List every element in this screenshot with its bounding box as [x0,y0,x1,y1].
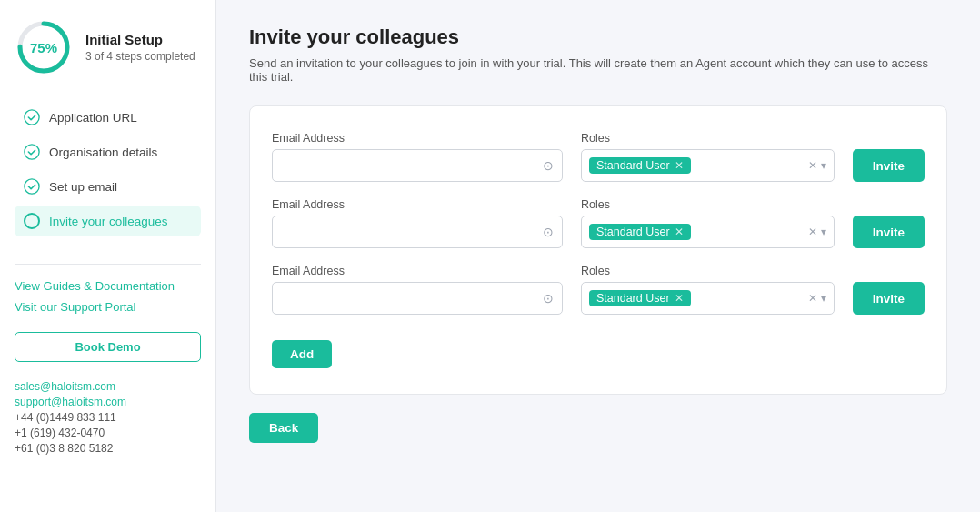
sidebar-item-label: Invite your colleagues [49,215,168,228]
progress-percent: 75% [30,40,57,55]
contact-info: sales@haloitsm.com support@haloitsm.com … [15,380,201,455]
person-icon-2: ⊙ [543,225,554,239]
email-input-2[interactable] [272,216,563,248]
email-field-group-3: Email Address ⊙ [272,265,563,315]
email-label-2: Email Address [272,198,563,211]
chevron-down-icon-2[interactable]: ▾ [821,226,826,238]
setup-subtitle: 3 of 4 steps completed [85,50,195,63]
invite-button-2[interactable]: Invite [853,216,925,248]
phone-uk: +44 (0)1449 833 111 [15,411,201,424]
clear-icon-3[interactable]: ✕ [808,292,817,305]
sidebar: 75% Initial Setup 3 of 4 steps completed… [0,0,216,512]
chevron-down-icon-3[interactable]: ▾ [821,292,826,305]
invite-button-1[interactable]: Invite [853,149,925,182]
email-field-group-2: Email Address ⊙ [272,198,563,248]
email-field-group-1: Email Address ⊙ [272,132,563,182]
back-button[interactable]: Back [249,413,318,443]
svg-point-2 [25,110,39,125]
bottom-actions: Back [249,413,947,443]
remove-role-2[interactable]: ✕ [675,226,684,237]
email-input-wrapper-3: ⊙ [272,282,563,315]
phone-us: +1 (619) 432-0470 [15,427,201,439]
support-email[interactable]: support@haloitsm.com [15,396,201,408]
email-label-1: Email Address [272,132,563,145]
setup-title: Initial Setup [85,32,195,47]
remove-role-1[interactable]: ✕ [675,160,684,171]
invite-row-2: Email Address ⊙ Roles Standard User ✕ ✕ … [272,198,925,248]
phone-au: +61 (0)3 8 820 5182 [15,442,201,455]
invite-row-1: Email Address ⊙ Roles Standard User ✕ ✕ … [272,132,925,182]
svg-point-3 [25,145,39,159]
clear-icon-1[interactable]: ✕ [808,159,817,172]
add-button[interactable]: Add [272,340,332,368]
role-tag-1: Standard User ✕ [589,157,691,174]
nav-items: Application URL Organisation details Set… [15,102,201,236]
active-circle-icon [24,213,40,229]
sales-email[interactable]: sales@haloitsm.com [15,380,201,393]
invite-row-3: Email Address ⊙ Roles Standard User ✕ ✕ … [272,265,925,315]
roles-field-group-2: Roles Standard User ✕ ✕ ▾ [581,198,835,248]
roles-field-group-1: Roles Standard User ✕ ✕ ▾ [581,132,835,182]
svg-point-4 [25,179,39,194]
setup-info: Initial Setup 3 of 4 steps completed [85,32,195,63]
roles-actions-2: ✕ ▾ [808,226,826,238]
sidebar-item-invite-colleagues[interactable]: Invite your colleagues [15,206,201,236]
role-tag-3: Standard User ✕ [589,290,691,306]
role-tag-2: Standard User ✕ [589,224,691,240]
invite-button-3[interactable]: Invite [853,282,925,315]
email-input-wrapper-1: ⊙ [272,149,563,182]
page-subtitle: Send an invitation to your colleagues to… [249,56,947,84]
check-icon [24,109,40,125]
roles-label-3: Roles [581,265,835,277]
email-input-wrapper-2: ⊙ [272,216,563,248]
person-icon-3: ⊙ [543,291,554,306]
clear-icon-2[interactable]: ✕ [808,226,817,238]
chevron-down-icon-1[interactable]: ▾ [821,159,826,172]
roles-label-2: Roles [581,198,835,211]
roles-field-group-3: Roles Standard User ✕ ✕ ▾ [581,265,835,315]
email-input-3[interactable] [272,282,563,315]
roles-label-1: Roles [581,132,835,145]
roles-select-3[interactable]: Standard User ✕ ✕ ▾ [581,282,835,315]
support-link[interactable]: Visit our Support Portal [15,300,201,314]
main-content: Invite your colleagues Send an invitatio… [216,0,980,512]
sidebar-item-set-up-email[interactable]: Set up email [15,171,201,202]
guides-link[interactable]: View Guides & Documentation [15,279,201,293]
check-icon [24,178,40,195]
sidebar-item-application-url[interactable]: Application URL [15,102,201,133]
progress-section: 75% Initial Setup 3 of 4 steps completed [15,18,201,76]
progress-circle: 75% [15,18,73,76]
sidebar-item-label: Application URL [49,111,137,125]
page-title: Invite your colleagues [249,25,947,49]
email-input-1[interactable] [272,149,563,182]
role-tag-label-2: Standard User [596,226,670,238]
role-tag-label-3: Standard User [596,292,670,305]
roles-actions-1: ✕ ▾ [808,159,826,172]
roles-select-1[interactable]: Standard User ✕ ✕ ▾ [581,149,835,182]
roles-actions-3: ✕ ▾ [808,292,826,305]
sidebar-divider [15,264,201,265]
person-icon-1: ⊙ [543,158,554,173]
role-tag-label-1: Standard User [596,159,670,172]
book-demo-button[interactable]: Book Demo [15,332,201,362]
invite-card: Email Address ⊙ Roles Standard User ✕ ✕ … [249,105,947,395]
email-label-3: Email Address [272,265,563,277]
remove-role-3[interactable]: ✕ [675,293,684,304]
sidebar-item-label: Set up email [49,180,117,194]
check-icon [24,144,40,160]
sidebar-item-label: Organisation details [49,146,157,159]
roles-select-2[interactable]: Standard User ✕ ✕ ▾ [581,216,835,248]
sidebar-item-organisation-details[interactable]: Organisation details [15,136,201,167]
